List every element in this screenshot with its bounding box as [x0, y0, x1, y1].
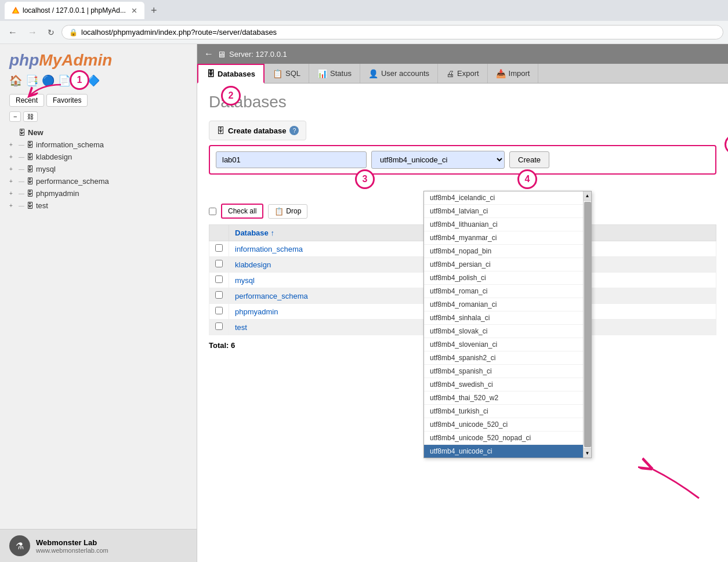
tab-import[interactable]: 📥 Import	[488, 64, 539, 83]
dropdown-item[interactable]: utf8mb4_romanian_ci	[424, 298, 591, 311]
db-icon: 🗄	[19, 129, 26, 137]
scroll-down-btn[interactable]: ▼	[584, 448, 592, 458]
dropdown-item[interactable]: utf8mb4_lithuanian_ci	[424, 218, 591, 231]
server-icon: 🖥	[217, 49, 226, 59]
expand-icon: +	[9, 190, 16, 197]
row-checkbox[interactable]	[215, 244, 223, 252]
recent-tab[interactable]: Recent	[9, 94, 44, 107]
scroll-up-btn[interactable]: ▲	[584, 191, 592, 201]
dropdown-item[interactable]: utf8mb4_unicode_520_ci	[424, 418, 591, 432]
list-item[interactable]: + — 🗄 phpmyadmin	[0, 187, 197, 200]
favorites-tab[interactable]: Favorites	[46, 94, 88, 107]
tab-favicon	[12, 6, 20, 14]
db-link[interactable]: phpmyadmin	[235, 307, 278, 316]
row-checkbox[interactable]	[215, 322, 223, 330]
dropdown-item[interactable]: utf8mb4_slovak_ci	[424, 325, 591, 338]
dropdown-item[interactable]: utf8mb4_roman_ci	[424, 285, 591, 298]
db-name: test	[36, 201, 48, 210]
content-body: Databases 🗄 Create database ? 3 utf8mb4_…	[197, 84, 728, 562]
dropdown-item[interactable]: utf8mb4_spanish_ci	[424, 365, 591, 378]
list-item[interactable]: 🗄 New	[0, 126, 197, 139]
home-icon[interactable]: 🏠	[9, 74, 22, 87]
logo-php: php	[9, 51, 39, 69]
sidebar-controls-row: − ⛓	[0, 109, 197, 125]
list-item[interactable]: + — 🗄 mysql	[0, 163, 197, 175]
tab-status[interactable]: 📊 Status	[309, 64, 360, 83]
db-icon: 🗄	[27, 153, 34, 161]
db-link[interactable]: performance_schema	[235, 292, 308, 300]
back-nav-button[interactable]: ←	[204, 49, 213, 59]
server-label: Server: 127.0.0.1	[229, 50, 287, 59]
help-icon[interactable]: ?	[289, 126, 299, 135]
dropdown-item[interactable]: utf8mb4_slovenian_ci	[424, 338, 591, 351]
dropdown-item[interactable]: utf8mb4_turkish_ci	[424, 405, 591, 418]
tree-line: —	[19, 142, 24, 148]
dropdown-item[interactable]: utf8mb4_icelandic_ci	[424, 191, 591, 205]
charset-select[interactable]: utf8mb4_unicode_ci	[371, 151, 505, 169]
copy-icon[interactable]: 📄	[58, 74, 71, 87]
scroll-thumb[interactable]	[584, 202, 591, 447]
tab-user-accounts[interactable]: 👤 User accounts	[360, 64, 438, 83]
annotation-3: 3	[355, 169, 375, 189]
create-button[interactable]: Create	[509, 151, 549, 168]
dropdown-item[interactable]: utf8mb4_swedish_ci	[424, 378, 591, 391]
main-layout: phpMyAdmin 🏠 📑 🔵 📄 ⚙ 🔷 1 Recent	[0, 44, 728, 562]
dropdown-item[interactable]: utf8mb4_persian_ci	[424, 258, 591, 271]
dropdown-item[interactable]: utf8mb4_polish_ci	[424, 271, 591, 285]
row-checkbox[interactable]	[215, 307, 223, 314]
col-checkbox	[209, 225, 229, 241]
create-form-row: 3 utf8mb4_unicode_ci 4 Create 5	[209, 145, 716, 175]
db-name: information_schema	[36, 140, 104, 149]
list-item[interactable]: + — 🗄 performance_schema	[0, 175, 197, 187]
db-link[interactable]: test	[235, 323, 247, 332]
dropdown-item[interactable]: utf8mb4_myanmar_ci	[424, 231, 591, 245]
dropdown-item-selected[interactable]: utf8mb4_unicode_ci	[424, 445, 591, 458]
address-bar-row: ← → ↻ 🔒 localhost/phpmyadmin/index.php?r…	[0, 21, 728, 44]
refresh-button[interactable]: ↻	[44, 27, 58, 38]
list-item[interactable]: + — 🗄 klabdesign	[0, 151, 197, 163]
tab-export[interactable]: 🖨 Export	[438, 64, 488, 83]
databases-tab-icon: 🗄	[207, 69, 215, 78]
db-create-icon: 🗄	[216, 126, 224, 135]
drop-button[interactable]: 📋 Drop	[268, 204, 307, 219]
row-checkbox[interactable]	[215, 275, 223, 283]
annotation-5-arrow	[641, 458, 711, 504]
new-tab-button[interactable]: +	[148, 5, 160, 17]
status-tab-icon: 📊	[317, 69, 327, 78]
check-all-button[interactable]: Check all	[221, 204, 263, 219]
logo-text: phpMyAdmin	[9, 51, 112, 69]
db-link[interactable]: mysql	[235, 276, 255, 285]
tab-close-icon[interactable]: ✕	[131, 6, 137, 15]
dropdown-item[interactable]: utf8mb4_nopad_bin	[424, 245, 591, 258]
drop-icon: 📋	[274, 207, 284, 216]
dropdown-scrollbar[interactable]: ▲ ▼	[583, 191, 591, 458]
browser-tab[interactable]: localhost / 127.0.0.1 | phpMyAd... ✕	[5, 2, 144, 19]
content-area: ← 🖥 Server: 127.0.0.1 🗄 Databases 2 📋 SQ…	[197, 44, 728, 562]
db-link[interactable]: information_schema	[235, 245, 303, 253]
tree-line: —	[19, 190, 24, 197]
dropdown-item[interactable]: utf8mb4_latvian_ci	[424, 205, 591, 218]
dropdown-item[interactable]: utf8mb4_sinhala_ci	[424, 311, 591, 325]
back-button[interactable]: ←	[5, 26, 21, 39]
sidebar-icons-row: 🏠 📑 🔵 📄 ⚙ 🔷 1	[0, 73, 197, 92]
tab-databases[interactable]: 🗄 Databases 2	[197, 64, 265, 84]
dropdown-item[interactable]: utf8mb4_unicode_520_nopad_ci	[424, 432, 591, 445]
charset-dropdown[interactable]: utf8mb4_icelandic_ci utf8mb4_latvian_ci …	[423, 191, 592, 458]
db-link[interactable]: klabdesign	[235, 260, 271, 269]
forward-button[interactable]: →	[24, 26, 41, 39]
address-bar[interactable]: 🔒 localhost/phpmyadmin/index.php?route=/…	[61, 25, 723, 39]
row-checkbox[interactable]	[215, 260, 223, 267]
collapse-all-btn[interactable]: −	[9, 111, 21, 122]
info-icon[interactable]: 🔵	[42, 74, 55, 87]
db-name-input[interactable]	[216, 151, 367, 168]
dropdown-item[interactable]: utf8mb4_thai_520_w2	[424, 391, 591, 405]
row-checkbox[interactable]	[215, 291, 223, 299]
db-name: performance_schema	[36, 177, 109, 186]
tab-sql[interactable]: 📋 SQL	[265, 64, 309, 83]
list-item[interactable]: + — 🗄 information_schema	[0, 139, 197, 151]
dropdown-item[interactable]: utf8mb4_spanish2_ci	[424, 351, 591, 365]
list-item[interactable]: + — 🗄 test	[0, 200, 197, 212]
check-all-checkbox[interactable]	[209, 208, 216, 215]
bookmark-icon[interactable]: 📑	[26, 74, 38, 87]
link-btn[interactable]: ⛓	[23, 111, 38, 122]
